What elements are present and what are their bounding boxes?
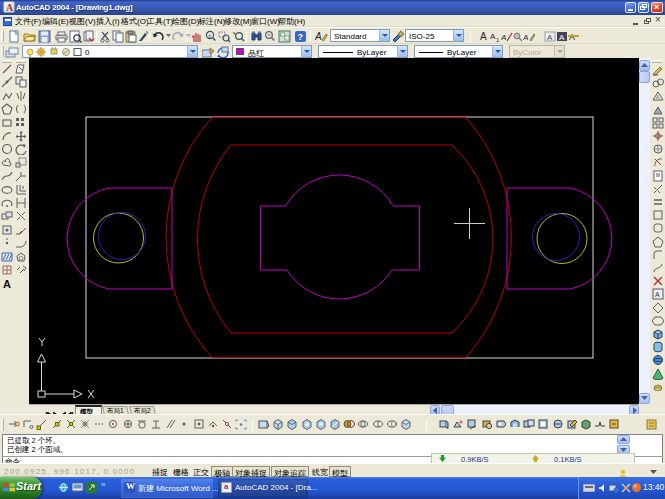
svg-text:?: ?	[298, 32, 304, 42]
svg-text:A: A	[501, 33, 506, 42]
svg-text:A: A	[3, 278, 11, 289]
svg-text:A: A	[480, 31, 487, 42]
svg-text:A: A	[315, 31, 322, 42]
svg-text:A: A	[547, 33, 553, 42]
svg-text:A: A	[523, 33, 528, 42]
svg-text:A: A	[655, 291, 660, 298]
svg-text:A: A	[559, 33, 565, 42]
svg-text:±: ±	[208, 33, 212, 39]
